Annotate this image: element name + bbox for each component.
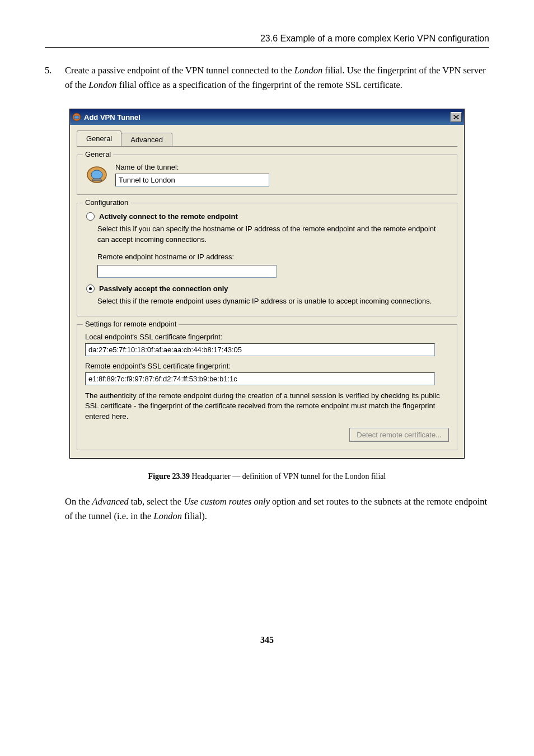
settings-group: Settings for remote endpoint Local endpo…: [77, 324, 457, 451]
tab-advanced[interactable]: Advanced: [121, 133, 172, 146]
remote-hostname-label: Remote endpoint hostname or IP address:: [97, 252, 449, 263]
after-i1: Advanced: [92, 496, 129, 507]
remote-hostname-input[interactable]: [97, 265, 277, 278]
caption-label: Figure 23.39: [148, 472, 190, 480]
dialog-title: Add VPN Tunnel: [84, 113, 451, 122]
radio-icon-selected: [86, 284, 95, 293]
header-section: 23.6 Example of a more complex Kerio VPN…: [45, 34, 489, 48]
caption-text: Headquarter — definition of VPN tunnel f…: [190, 472, 386, 480]
step-5: 5. Create a passive endpoint of the VPN …: [45, 63, 489, 92]
general-group: General Name of the tunnel:: [77, 155, 457, 195]
detect-remote-cert-button[interactable]: Detect remote certificate...: [349, 428, 449, 442]
tab-general[interactable]: General: [77, 130, 121, 146]
name-label: Name of the tunnel:: [115, 163, 449, 171]
radio-icon: [86, 212, 95, 221]
after-paragraph: On the Advanced tab, select the Use cust…: [65, 494, 489, 523]
titlebar: Add VPN Tunnel: [70, 109, 464, 125]
step-italic-2: London: [88, 80, 116, 90]
svg-point-3: [91, 170, 102, 179]
svg-rect-1: [74, 116, 79, 119]
general-legend: General: [83, 150, 113, 158]
page-number: 345: [45, 635, 489, 645]
auth-note: The authenticity of the remote endpoint …: [85, 391, 449, 423]
radio-active-connect[interactable]: Actively connect to the remote endpoint: [86, 212, 449, 221]
radio-active-label: Actively connect to the remote endpoint: [99, 212, 238, 221]
step-number: 5.: [45, 63, 65, 92]
settings-legend: Settings for remote endpoint: [83, 320, 179, 328]
after-t2: tab, select the: [129, 496, 184, 507]
tunnel-icon: [85, 163, 109, 186]
radio-passive-accept[interactable]: Passively accept the connection only: [86, 284, 449, 293]
tunnel-name-input[interactable]: [115, 174, 269, 186]
after-t4: filial).: [182, 511, 207, 521]
configuration-group: Configuration Actively connect to the re…: [77, 203, 457, 316]
active-desc: Select this if you can specify the hostn…: [97, 224, 449, 245]
remote-fp-label: Remote endpoint's SSL certificate finger…: [85, 362, 449, 370]
figure-caption: Figure 23.39 Headquarter — definition of…: [45, 472, 489, 481]
after-i3: London: [154, 511, 182, 521]
config-legend: Configuration: [83, 198, 130, 207]
after-t1: On the: [65, 496, 92, 507]
local-fp-label: Local endpoint's SSL certificate fingerp…: [85, 333, 449, 341]
step-text-1: Create a passive endpoint of the VPN tun…: [65, 65, 294, 76]
step-body: Create a passive endpoint of the VPN tun…: [65, 63, 489, 92]
passive-desc: Select this if the remote endpoint uses …: [97, 296, 449, 307]
remote-fingerprint-input[interactable]: [85, 372, 435, 385]
step-text-3: filial office as a specification of the …: [117, 80, 402, 90]
step-italic-1: London: [294, 65, 322, 76]
local-fingerprint-input[interactable]: [85, 343, 435, 356]
app-icon: [72, 113, 81, 122]
after-i2: Use custom routes only: [184, 496, 270, 507]
radio-passive-label: Passively accept the connection only: [99, 284, 228, 293]
add-vpn-tunnel-dialog: Add VPN Tunnel General Advanced General: [69, 109, 465, 459]
tabs: General Advanced: [70, 125, 464, 146]
close-button[interactable]: [451, 112, 462, 122]
